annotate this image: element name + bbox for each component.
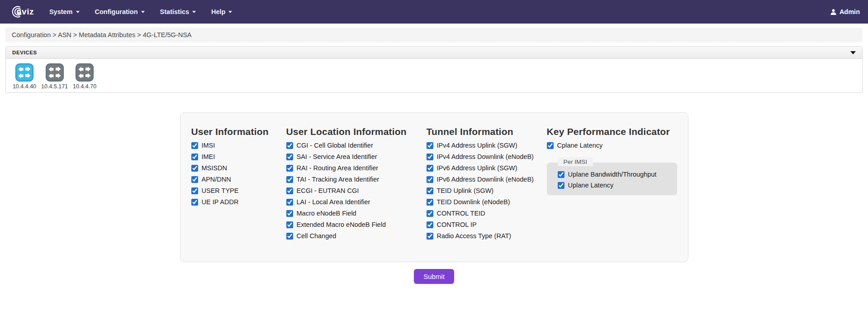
attr-ue-ip-addr-label[interactable]: UE IP ADDR bbox=[202, 198, 239, 206]
attr-control-teid-checkbox[interactable] bbox=[427, 210, 433, 217]
attr-sai-service-area-identifier-label[interactable]: SAI - Service Area Identifier bbox=[297, 153, 377, 160]
attr-ecgi-eutran-cgi-checkbox[interactable] bbox=[286, 187, 293, 194]
attr-cplane-latency-checkbox[interactable] bbox=[547, 142, 554, 149]
attr-user-type-label[interactable]: USER TYPE bbox=[202, 187, 239, 194]
attr-cell-changed-checkbox[interactable] bbox=[286, 233, 293, 240]
attr-ipv4-address-uplink-sgw--label[interactable]: IPv4 Address Uplink (SGW) bbox=[437, 142, 517, 149]
attr-cell-changed-row: Cell Changed bbox=[286, 232, 427, 240]
attr-ipv4-address-downlink-enodeb--checkbox[interactable] bbox=[427, 154, 433, 160]
top-navbar: aviz SystemConfigurationStatisticsHelp A… bbox=[0, 0, 868, 24]
attr-teid-downlink-enodeb--row: TEID Downlink (eNodeB) bbox=[427, 198, 547, 206]
attr-radio-access-type-rat--label[interactable]: Radio Access Type (RAT) bbox=[437, 232, 512, 240]
attr-ipv4-address-downlink-enodeb--label[interactable]: IPv4 Address Downlink (eNodeB) bbox=[437, 153, 534, 160]
attr-cgi-cell-global-identifier-row: CGI - Cell Global Identifier bbox=[286, 142, 427, 149]
attr-user-type-row: USER TYPE bbox=[191, 187, 286, 194]
attr-rai-routing-area-identifier-checkbox[interactable] bbox=[286, 165, 293, 172]
attr-apn-dnn-checkbox[interactable] bbox=[191, 176, 198, 183]
attr-lai-local-area-identifier-row: LAI - Local Area Identifier bbox=[286, 198, 427, 206]
attr-uplane-latency-row: Uplane Latency bbox=[558, 182, 672, 189]
attr-teid-downlink-enodeb--label[interactable]: TEID Downlink (eNodeB) bbox=[437, 198, 510, 206]
attr-imsi-checkbox[interactable] bbox=[191, 142, 198, 149]
attr-control-ip-checkbox[interactable] bbox=[427, 221, 433, 228]
attr-uplane-bandwidth-throughput-row: Uplane Bandwidth/Throughput bbox=[558, 171, 672, 178]
devices-panel: DEVICES 10.4.4.4010.4.5.17110.4.4.70 bbox=[5, 46, 863, 93]
attr-macro-enodeb-field-checkbox[interactable] bbox=[286, 210, 293, 217]
nav-item-help[interactable]: Help bbox=[211, 8, 232, 15]
attr-uplane-bandwidth-throughput-label[interactable]: Uplane Bandwidth/Throughput bbox=[568, 171, 657, 178]
attr-uplane-latency-checkbox[interactable] bbox=[558, 182, 564, 189]
attr-ipv6-address-downlink-enodeb--checkbox[interactable] bbox=[427, 176, 433, 183]
attr-control-ip-label[interactable]: CONTROL IP bbox=[437, 221, 477, 228]
nav-item-statistics[interactable]: Statistics bbox=[160, 8, 196, 15]
attr-imei-label[interactable]: IMEI bbox=[202, 153, 215, 160]
attr-cgi-cell-global-identifier-checkbox[interactable] bbox=[286, 142, 293, 149]
attr-imei-checkbox[interactable] bbox=[191, 154, 198, 160]
attr-extended-macro-enodeb-field-row: Extended Macro eNodeB Field bbox=[286, 221, 427, 228]
nav-item-configuration[interactable]: Configuration bbox=[95, 8, 145, 15]
attr-cgi-cell-global-identifier-label[interactable]: CGI - Cell Global Identifier bbox=[297, 142, 373, 149]
caret-down-icon bbox=[228, 11, 232, 13]
device-10.4.5.171[interactable]: 10.4.5.171 bbox=[41, 63, 68, 90]
attr-imsi-label[interactable]: IMSI bbox=[202, 142, 215, 149]
attr-macro-enodeb-field-label[interactable]: Macro eNodeB Field bbox=[297, 210, 356, 217]
switch-icon bbox=[15, 63, 33, 82]
column-title: Key Performance Indicator bbox=[547, 126, 689, 137]
nav-item-label: Help bbox=[211, 8, 225, 15]
attr-uplane-latency-label[interactable]: Uplane Latency bbox=[568, 182, 614, 189]
attr-teid-uplink-sgw--row: TEID Uplink (SGW) bbox=[427, 187, 547, 194]
attr-extended-macro-enodeb-field-checkbox[interactable] bbox=[286, 221, 293, 228]
attr-ipv4-address-uplink-sgw--row: IPv4 Address Uplink (SGW) bbox=[427, 142, 547, 149]
attr-msisdn-row: MSISDN bbox=[191, 164, 286, 172]
attr-teid-downlink-enodeb--checkbox[interactable] bbox=[427, 199, 433, 206]
attr-sai-service-area-identifier-row: SAI - Service Area Identifier bbox=[286, 153, 427, 160]
devices-panel-header[interactable]: DEVICES bbox=[6, 47, 862, 59]
attr-msisdn-label[interactable]: MSISDN bbox=[202, 164, 227, 172]
attr-ue-ip-addr-checkbox[interactable] bbox=[191, 199, 198, 206]
column-title: User Information bbox=[191, 126, 286, 137]
attr-ipv6-address-downlink-enodeb--label[interactable]: IPv6 Address Downlink (eNodeB) bbox=[437, 176, 534, 183]
attr-cell-changed-label[interactable]: Cell Changed bbox=[297, 232, 337, 240]
attr-radio-access-type-rat--checkbox[interactable] bbox=[427, 233, 433, 240]
attr-teid-uplink-sgw--label[interactable]: TEID Uplink (SGW) bbox=[437, 187, 494, 194]
attr-rai-routing-area-identifier-row: RAI - Routing Area Identifier bbox=[286, 164, 427, 172]
submit-row: Submit bbox=[0, 269, 868, 284]
devices-panel-title: DEVICES bbox=[12, 50, 37, 55]
attr-tai-tracking-area-identifier-row: TAI - Tracking Area Identifier bbox=[286, 176, 427, 183]
attr-rai-routing-area-identifier-label[interactable]: RAI - Routing Area Identifier bbox=[297, 164, 379, 172]
attr-uplane-bandwidth-throughput-checkbox[interactable] bbox=[558, 171, 564, 178]
user-name: Admin bbox=[840, 8, 860, 15]
form-column-1: User Location InformationCGI - Cell Glob… bbox=[286, 126, 427, 244]
attr-imsi-row: IMSI bbox=[191, 142, 286, 149]
attr-msisdn-checkbox[interactable] bbox=[191, 165, 198, 172]
attr-sai-service-area-identifier-checkbox[interactable] bbox=[286, 154, 293, 160]
device-10.4.4.70[interactable]: 10.4.4.70 bbox=[71, 63, 98, 90]
attr-extended-macro-enodeb-field-label[interactable]: Extended Macro eNodeB Field bbox=[297, 221, 386, 228]
attr-ipv4-address-downlink-enodeb--row: IPv4 Address Downlink (eNodeB) bbox=[427, 153, 547, 160]
switch-icon bbox=[46, 63, 64, 82]
attr-tai-tracking-area-identifier-checkbox[interactable] bbox=[286, 176, 293, 183]
attr-apn-dnn-label[interactable]: APN/DNN bbox=[202, 176, 231, 183]
form-column-0: User InformationIMSIIMEIMSISDNAPN/DNNUSE… bbox=[191, 126, 286, 244]
attr-ipv6-address-uplink-sgw--row: IPv6 Address Uplink (SGW) bbox=[427, 164, 547, 172]
nav-item-label: Configuration bbox=[95, 8, 138, 15]
nav-item-label: System bbox=[49, 8, 73, 15]
attr-ipv6-address-downlink-enodeb--row: IPv6 Address Downlink (eNodeB) bbox=[427, 176, 547, 183]
attr-teid-uplink-sgw--checkbox[interactable] bbox=[427, 187, 433, 194]
brand-logo[interactable]: aviz bbox=[6, 0, 34, 24]
attr-ecgi-eutran-cgi-label[interactable]: ECGI - EUTRAN CGI bbox=[297, 187, 359, 194]
attr-lai-local-area-identifier-checkbox[interactable] bbox=[286, 199, 293, 206]
nav-item-system[interactable]: System bbox=[49, 8, 80, 15]
submit-button[interactable]: Submit bbox=[414, 269, 454, 284]
attr-ipv4-address-uplink-sgw--checkbox[interactable] bbox=[427, 142, 433, 149]
attr-lai-local-area-identifier-label[interactable]: LAI - Local Area Identifier bbox=[297, 198, 370, 206]
attr-cplane-latency-label[interactable]: Cplane Latency bbox=[557, 142, 603, 149]
attr-user-type-checkbox[interactable] bbox=[191, 187, 198, 194]
attr-control-teid-label[interactable]: CONTROL TEID bbox=[437, 210, 485, 217]
breadcrumb: Configuration > ASN > Metadata Attribute… bbox=[5, 28, 863, 42]
attr-ipv6-address-uplink-sgw--checkbox[interactable] bbox=[427, 165, 433, 172]
attr-tai-tracking-area-identifier-label[interactable]: TAI - Tracking Area Identifier bbox=[297, 176, 379, 183]
device-10.4.4.40[interactable]: 10.4.4.40 bbox=[11, 63, 38, 90]
collapse-caret-icon[interactable] bbox=[850, 51, 856, 54]
user-menu[interactable]: Admin bbox=[830, 8, 860, 15]
attr-ipv6-address-uplink-sgw--label[interactable]: IPv6 Address Uplink (SGW) bbox=[437, 164, 517, 172]
